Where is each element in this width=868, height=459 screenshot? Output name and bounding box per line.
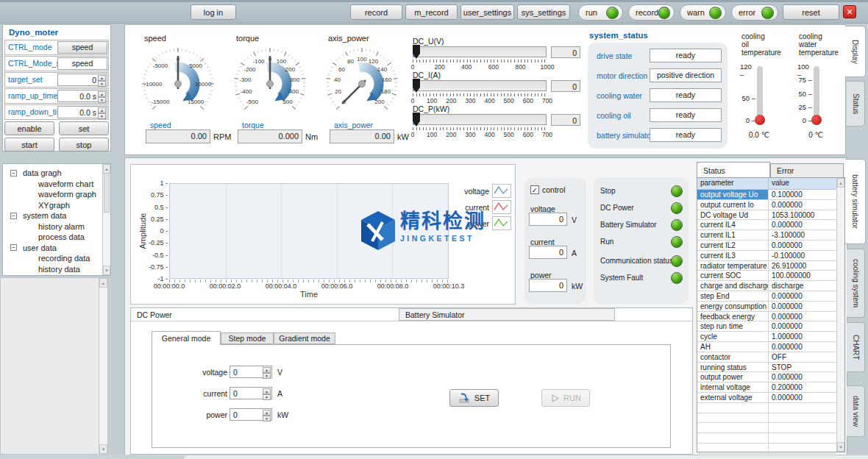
table-row[interactable]: current IL3-0.100000	[697, 251, 836, 261]
scroll-up-icon[interactable]: ▲	[837, 178, 844, 188]
spinner-arrows[interactable]: ▲▼	[263, 367, 271, 377]
dyno-spinner[interactable]: 0.0 s▲▼	[57, 90, 107, 102]
slider-handle[interactable]	[413, 113, 420, 127]
spin-down-icon[interactable]: ▼	[98, 97, 106, 103]
table-row[interactable]: radiator temperature26.910000	[697, 261, 836, 271]
slider-track[interactable]	[413, 80, 547, 91]
close-button[interactable]: ✕	[843, 5, 856, 18]
spinner-arrows[interactable]: ▲▼	[98, 75, 106, 85]
dyno-spinner[interactable]: 0▲▼	[57, 74, 107, 86]
set-button[interactable]: SET	[449, 389, 499, 407]
side-tab-Status[interactable]: Status	[847, 81, 865, 127]
scroll-up-icon[interactable]: ▲	[99, 278, 107, 288]
toolbar-button-m_record[interactable]: m_record	[405, 4, 458, 20]
current-readout[interactable]: 0	[529, 246, 567, 259]
spin-up-icon[interactable]: ▲	[263, 410, 271, 416]
spin-up-icon[interactable]: ▲	[263, 388, 271, 394]
header-parameter[interactable]: parameter	[697, 178, 769, 189]
table-row[interactable]	[697, 433, 836, 444]
tab-dc-power[interactable]: DC Power	[131, 308, 405, 321]
spin-down-icon[interactable]: ▼	[98, 81, 106, 87]
table-row[interactable]: external voltage0.000000	[697, 393, 836, 403]
tree-item-user-data[interactable]: −user data	[4, 243, 102, 254]
mode-tab-Step-mode[interactable]: Step mode	[221, 332, 274, 344]
tab-status[interactable]: Status	[697, 162, 770, 178]
gauge-readout-value[interactable]: 0.00	[146, 129, 210, 143]
dyno-spinner[interactable]: 0.0 s▲▼	[57, 106, 107, 118]
legend-item-voltage[interactable]: voltage	[451, 184, 511, 198]
stop-button[interactable]: stop	[59, 138, 109, 152]
current-spinner[interactable]: 0▲▼	[230, 387, 272, 399]
power-readout[interactable]: 0	[529, 279, 567, 292]
table-row[interactable]: output power0.000000	[697, 372, 836, 382]
slider-value[interactable]: 0	[551, 80, 580, 92]
tree-expander-icon[interactable]: −	[10, 170, 17, 177]
table-row[interactable]: contactorOFF	[697, 352, 836, 363]
enable-button[interactable]: enable	[4, 121, 54, 135]
tree-item-data-gragh[interactable]: −data gragh	[4, 168, 102, 179]
spinner-arrows[interactable]: ▲▼	[98, 91, 106, 101]
gauge-readout-value[interactable]: 0.00	[330, 129, 394, 143]
slider-handle[interactable]	[413, 45, 420, 59]
login-button[interactable]: log in	[191, 4, 236, 20]
table-row[interactable]: energy consumption0.000000	[697, 302, 836, 312]
toolbar-button-user_settings[interactable]: user_settings	[460, 4, 514, 20]
toolbar-button-sys_settings[interactable]: sys_settings	[517, 4, 570, 20]
spin-down-icon[interactable]: ▼	[98, 113, 106, 119]
spin-up-icon[interactable]: ▲	[98, 107, 106, 113]
spin-up-icon[interactable]: ▲	[263, 367, 271, 373]
dyno-combo[interactable]: speed	[57, 57, 107, 70]
side-tab-CHART[interactable]: CHART	[847, 322, 865, 372]
set-button[interactable]: set	[59, 121, 109, 135]
table-row[interactable]: output current Io0.000000	[697, 200, 836, 210]
spin-up-icon[interactable]: ▲	[98, 75, 106, 81]
table-row[interactable]: charge and dischargedischarge	[697, 281, 836, 291]
side-tab-Display[interactable]: Display	[845, 26, 866, 77]
table-row[interactable]: output voltage Uo0.100000	[697, 190, 836, 200]
spin-down-icon[interactable]: ▼	[263, 416, 271, 421]
table-row[interactable]: AH0.000000	[697, 342, 836, 352]
side-tab-cooling-system[interactable]: cooling system	[847, 249, 865, 318]
table-row[interactable]: step End0.000000	[697, 291, 836, 302]
scroll-down-icon[interactable]: ▼	[837, 442, 844, 452]
table-row[interactable]: internal voltage0.200000	[697, 382, 836, 393]
mode-tab-Gradient-mode[interactable]: Gradient mode	[274, 332, 335, 344]
slider-handle[interactable]	[413, 79, 420, 93]
spin-down-icon[interactable]: ▼	[263, 394, 271, 400]
tree-item-history-alarm[interactable]: history alarm	[4, 221, 102, 232]
tree-item-history-data[interactable]: history data	[4, 264, 102, 275]
table-row[interactable]: step run time0.000000	[697, 321, 836, 332]
slider-track[interactable]	[413, 114, 547, 125]
header-value[interactable]: value	[769, 178, 836, 189]
table-row[interactable]: current IL40.000000	[697, 220, 836, 230]
tree-item-XYgraph[interactable]: XYgraph	[4, 200, 102, 211]
run-button[interactable]: RUN	[541, 389, 590, 407]
reset-button[interactable]: reset	[783, 4, 839, 20]
table-row[interactable]: running statusSTOP	[697, 363, 836, 373]
voltage-spinner[interactable]: 0▲▼	[230, 366, 272, 378]
slider-value[interactable]: 0	[551, 46, 580, 58]
spinner-arrows[interactable]: ▲▼	[98, 107, 106, 117]
control-checkbox[interactable]: ✓	[530, 185, 539, 194]
power-spinner[interactable]: 0▲▼	[230, 408, 272, 421]
left-panel-scrollbar[interactable]: ▲ ▼	[99, 278, 107, 454]
table-scrollbar[interactable]: ▲ ▼	[836, 178, 844, 452]
start-button[interactable]: start	[4, 138, 54, 152]
tree-item-waveform-graph[interactable]: waveform graph	[4, 189, 102, 200]
tree-scrollbar[interactable]: ▲ ▼	[102, 164, 110, 275]
tree-item-recording-data[interactable]: recording data	[4, 253, 102, 264]
scroll-down-icon[interactable]: ▼	[103, 266, 110, 275]
tab-error[interactable]: Error	[770, 163, 844, 178]
toolbar-button-record[interactable]: record	[350, 4, 402, 20]
table-row[interactable]: DC voltage Ud1053.100000	[697, 210, 836, 221]
table-row[interactable]: current IL20.000000	[697, 241, 836, 251]
slider-track[interactable]	[413, 46, 547, 57]
spin-up-icon[interactable]: ▲	[98, 91, 106, 97]
table-row[interactable]: cycle1.000000	[697, 332, 836, 342]
voltage-readout[interactable]: 0	[529, 213, 567, 226]
table-row[interactable]	[697, 413, 836, 424]
spinner-arrows[interactable]: ▲▼	[263, 388, 271, 398]
tree-item-waveform-chart[interactable]: waveform chart	[4, 179, 102, 190]
gauge-readout-value[interactable]: 0.000	[238, 129, 302, 143]
scroll-down-icon[interactable]: ▼	[99, 444, 107, 454]
